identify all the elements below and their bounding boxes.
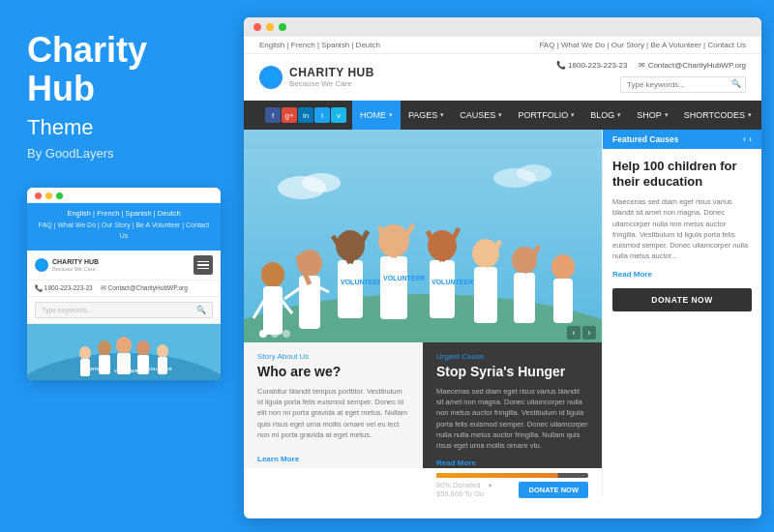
hero-dot-2[interactable]: [271, 330, 279, 338]
svg-text:VOLUNTEER: VOLUNTEER: [114, 369, 138, 373]
site-logo-icon: 🌐: [259, 66, 283, 89]
fc-body: Maecenas sed diam eget risus varius blan…: [612, 196, 752, 262]
svg-rect-49: [514, 273, 535, 323]
nav-pages-caret: ▾: [440, 111, 444, 119]
left-panel: Charity Hub Theme By GoodLayers English …: [0, 0, 237, 532]
content-area: VOLUNTEER VOLUNTEER VOLUNT: [244, 130, 602, 497]
fc-read-more-link[interactable]: Read More: [612, 270, 752, 279]
mobile-logo-area: 🌐 CHARITY HUB Because We Care: [35, 258, 99, 272]
svg-rect-41: [430, 260, 455, 318]
mobile-logo-icon: 🌐: [35, 258, 48, 272]
featured-causes-next[interactable]: ›: [749, 134, 752, 144]
site-header-right: 📞 1800-223-223-23 ✉ Contact@CharityHubWP…: [556, 61, 746, 93]
brand-title: Charity Hub: [27, 31, 210, 107]
hero-prev-button[interactable]: ‹: [567, 326, 580, 340]
mobile-top-nav: English | French | Spanish | Deutch FAQ …: [27, 203, 221, 250]
mobile-search-placeholder: Type keywords...: [42, 307, 93, 313]
nav-causes[interactable]: CAUSES ▾: [452, 101, 510, 130]
site-top-bar: English | French | Spanish | Deutch FAQ …: [244, 37, 761, 54]
story-read-more-link[interactable]: Learn More: [257, 455, 299, 463]
site-logo-area: 🌐 CHARITY HUB Because We Care: [259, 66, 374, 89]
progress-label: 80% Donated ♦ $59,666 To Go: [436, 481, 519, 498]
bottom-sections: Story About Us Who are we? Curabitur bla…: [244, 342, 602, 468]
mobile-logo-text: CHARITY HUB: [52, 258, 99, 266]
hero-dot-3[interactable]: [283, 330, 290, 338]
linkedin-icon[interactable]: in: [298, 107, 313, 123]
svg-point-2: [79, 346, 91, 360]
svg-text:VOLUNTEER: VOLUNTEER: [148, 367, 172, 371]
brand-by: By GoodLayers: [27, 146, 210, 161]
social-icons-bar: f g+ in t v: [259, 107, 352, 123]
browser-dot-green: [279, 23, 286, 31]
urgent-donate-button[interactable]: DONATE NOW: [519, 482, 588, 498]
mobile-email: ✉ Contact@CharityHubWP.org: [101, 284, 188, 292]
nav-shop-caret: ▾: [665, 111, 669, 119]
nav-portfolio-caret: ▾: [571, 111, 575, 119]
hero-navigation-dots: [259, 330, 290, 338]
featured-cause-content: Help 100 children for their education Ma…: [603, 149, 761, 319]
nav-home[interactable]: HOME ▾: [352, 101, 401, 130]
site-header: 🌐 CHARITY HUB Because We Care 📞 1800-223…: [244, 54, 761, 101]
mobile-dot-green: [56, 192, 63, 199]
svg-rect-46: [474, 267, 497, 323]
hero-next-button[interactable]: ›: [582, 326, 596, 340]
fc-title: Help 100 children for their education: [612, 159, 752, 189]
twitter-icon[interactable]: t: [314, 107, 330, 123]
site-logo-text: CHARITY HUB: [289, 66, 374, 79]
svg-point-8: [136, 340, 150, 356]
featured-causes-prev[interactable]: ‹: [743, 134, 746, 144]
mobile-logo-tagline: Because We Care: [52, 266, 99, 272]
mobile-hamburger-button[interactable]: [194, 255, 213, 276]
browser-dot-yellow: [266, 23, 274, 31]
site-search-icon[interactable]: 🔍: [731, 79, 741, 88]
urgent-read-more-link[interactable]: Read More: [436, 458, 476, 467]
fc-donate-button[interactable]: DONATE NOW: [612, 288, 752, 311]
nav-blog-caret: ▾: [617, 111, 621, 119]
mobile-search-icon[interactable]: 🔍: [196, 306, 206, 314]
nav-causes-caret: ▾: [498, 111, 502, 119]
featured-causes-arrows: ‹ ›: [743, 134, 752, 144]
mobile-phone: 📞 1800-223-223-23: [35, 284, 93, 292]
svg-point-21: [261, 262, 284, 287]
nav-blog[interactable]: BLOG ▾: [582, 101, 629, 130]
main-content: VOLUNTEER VOLUNTEER VOLUNT: [244, 130, 761, 497]
nav-home-caret: ▾: [389, 111, 393, 119]
progress-area: 80% Donated ♦ $59,666 To Go DONATE NOW: [436, 473, 588, 498]
svg-rect-31: [338, 260, 363, 318]
mobile-header: 🌐 CHARITY HUB Because We Care: [27, 251, 221, 281]
facebook-icon[interactable]: f: [265, 107, 281, 123]
mobile-dot-yellow: [45, 192, 52, 199]
featured-causes-header: Featured Causes ‹ ›: [603, 130, 761, 149]
urgent-body: Maecenas sed diam eget risus varius blan…: [436, 386, 588, 452]
urgent-title: Stop Syria's Hunger: [436, 364, 588, 380]
nav-shortcodes-caret: ▾: [748, 111, 752, 119]
vimeo-icon[interactable]: v: [331, 107, 346, 123]
nav-pages[interactable]: PAGES ▾: [401, 101, 452, 130]
site-search-input[interactable]: [620, 76, 746, 93]
browser-chrome: [244, 17, 761, 37]
nav-portfolio[interactable]: PORTFOLIO ▾: [510, 101, 582, 130]
svg-rect-9: [137, 355, 149, 374]
svg-point-17: [302, 173, 341, 192]
svg-point-10: [157, 344, 168, 358]
nav-shortcodes[interactable]: SHORTCODES ▾: [676, 101, 759, 130]
right-sidebar: Featured Causes ‹ › Help 100 children fo…: [602, 130, 761, 497]
browser-dot-red: [253, 23, 261, 31]
urgent-section: Urgent Cause Stop Syria's Hunger Maecena…: [423, 342, 602, 468]
story-section: Story About Us Who are we? Curabitur bla…: [244, 342, 423, 468]
mobile-search-box[interactable]: Type keywords... 🔍: [35, 302, 213, 318]
svg-rect-11: [158, 357, 167, 374]
hero-dot-1[interactable]: [259, 330, 267, 338]
progress-bar: [436, 473, 588, 478]
nav-bar: f g+ in t v HOME ▾ PAGES ▾ CAUSES ▾ PORT…: [244, 101, 761, 130]
brand-subtitle: Theme: [27, 115, 210, 140]
svg-text:VOLUNTEER: VOLUNTEER: [383, 275, 425, 281]
svg-rect-22: [263, 286, 283, 335]
nav-shop[interactable]: SHOP ▾: [629, 101, 676, 130]
mobile-hero-image: VOLUNTEER VOLUNTEER VOLUNTEER: [27, 324, 221, 380]
urgent-label: Urgent Cause: [436, 352, 588, 361]
story-label: Story About Us: [257, 352, 409, 361]
svg-text:VOLUNTEER: VOLUNTEER: [432, 279, 473, 285]
google-plus-icon[interactable]: g+: [282, 107, 297, 123]
site-contact-info: 📞 1800-223-223-23 ✉ Contact@CharityHubWP…: [556, 61, 746, 70]
